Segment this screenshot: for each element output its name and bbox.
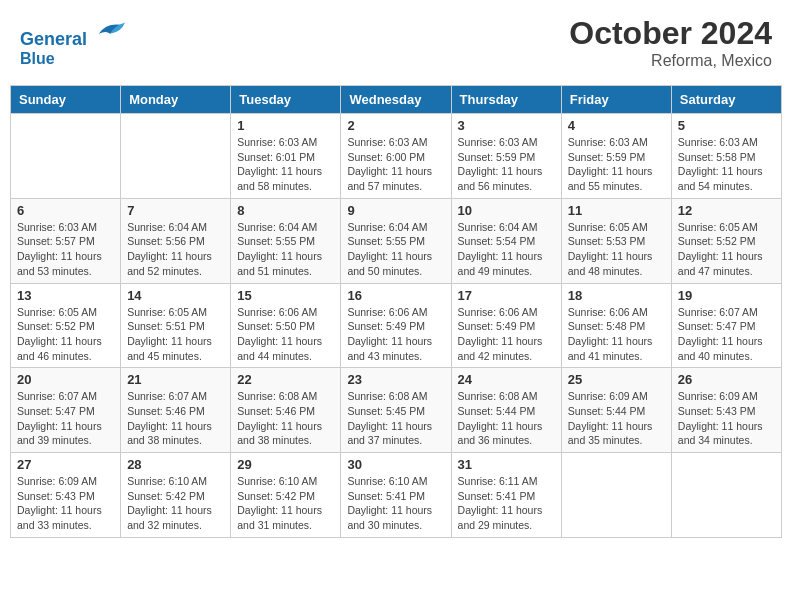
day-info: Sunrise: 6:04 AM Sunset: 5:54 PM Dayligh… — [458, 220, 555, 279]
day-info: Sunrise: 6:09 AM Sunset: 5:44 PM Dayligh… — [568, 389, 665, 448]
day-number: 25 — [568, 372, 665, 387]
calendar-week-row: 27Sunrise: 6:09 AM Sunset: 5:43 PM Dayli… — [11, 453, 782, 538]
day-info: Sunrise: 6:04 AM Sunset: 5:55 PM Dayligh… — [237, 220, 334, 279]
day-number: 2 — [347, 118, 444, 133]
day-info: Sunrise: 6:03 AM Sunset: 6:00 PM Dayligh… — [347, 135, 444, 194]
day-info: Sunrise: 6:10 AM Sunset: 5:42 PM Dayligh… — [237, 474, 334, 533]
calendar-cell — [11, 114, 121, 199]
day-number: 9 — [347, 203, 444, 218]
calendar-cell: 22Sunrise: 6:08 AM Sunset: 5:46 PM Dayli… — [231, 368, 341, 453]
day-number: 29 — [237, 457, 334, 472]
day-number: 7 — [127, 203, 224, 218]
calendar-cell: 17Sunrise: 6:06 AM Sunset: 5:49 PM Dayli… — [451, 283, 561, 368]
calendar-cell: 8Sunrise: 6:04 AM Sunset: 5:55 PM Daylig… — [231, 198, 341, 283]
day-info: Sunrise: 6:09 AM Sunset: 5:43 PM Dayligh… — [17, 474, 114, 533]
day-info: Sunrise: 6:10 AM Sunset: 5:42 PM Dayligh… — [127, 474, 224, 533]
day-number: 26 — [678, 372, 775, 387]
logo-bird-icon — [95, 15, 125, 45]
day-number: 14 — [127, 288, 224, 303]
weekday-header-row: SundayMondayTuesdayWednesdayThursdayFrid… — [11, 86, 782, 114]
day-info: Sunrise: 6:03 AM Sunset: 5:58 PM Dayligh… — [678, 135, 775, 194]
day-info: Sunrise: 6:07 AM Sunset: 5:47 PM Dayligh… — [678, 305, 775, 364]
day-info: Sunrise: 6:07 AM Sunset: 5:47 PM Dayligh… — [17, 389, 114, 448]
location-title: Reforma, Mexico — [569, 52, 772, 70]
calendar-cell: 16Sunrise: 6:06 AM Sunset: 5:49 PM Dayli… — [341, 283, 451, 368]
weekday-header-friday: Friday — [561, 86, 671, 114]
title-block: October 2024 Reforma, Mexico — [569, 15, 772, 70]
weekday-header-tuesday: Tuesday — [231, 86, 341, 114]
day-number: 24 — [458, 372, 555, 387]
calendar-cell — [561, 453, 671, 538]
day-info: Sunrise: 6:05 AM Sunset: 5:51 PM Dayligh… — [127, 305, 224, 364]
day-info: Sunrise: 6:11 AM Sunset: 5:41 PM Dayligh… — [458, 474, 555, 533]
calendar-cell — [121, 114, 231, 199]
weekday-header-sunday: Sunday — [11, 86, 121, 114]
calendar-cell: 19Sunrise: 6:07 AM Sunset: 5:47 PM Dayli… — [671, 283, 781, 368]
calendar-cell: 4Sunrise: 6:03 AM Sunset: 5:59 PM Daylig… — [561, 114, 671, 199]
day-number: 1 — [237, 118, 334, 133]
calendar-week-row: 20Sunrise: 6:07 AM Sunset: 5:47 PM Dayli… — [11, 368, 782, 453]
calendar-cell: 11Sunrise: 6:05 AM Sunset: 5:53 PM Dayli… — [561, 198, 671, 283]
calendar-cell: 5Sunrise: 6:03 AM Sunset: 5:58 PM Daylig… — [671, 114, 781, 199]
weekday-header-wednesday: Wednesday — [341, 86, 451, 114]
calendar-cell: 3Sunrise: 6:03 AM Sunset: 5:59 PM Daylig… — [451, 114, 561, 199]
calendar-cell: 29Sunrise: 6:10 AM Sunset: 5:42 PM Dayli… — [231, 453, 341, 538]
calendar-cell: 20Sunrise: 6:07 AM Sunset: 5:47 PM Dayli… — [11, 368, 121, 453]
day-info: Sunrise: 6:05 AM Sunset: 5:52 PM Dayligh… — [678, 220, 775, 279]
day-number: 4 — [568, 118, 665, 133]
calendar-cell: 24Sunrise: 6:08 AM Sunset: 5:44 PM Dayli… — [451, 368, 561, 453]
day-number: 22 — [237, 372, 334, 387]
day-number: 31 — [458, 457, 555, 472]
day-number: 18 — [568, 288, 665, 303]
day-number: 17 — [458, 288, 555, 303]
calendar-cell: 13Sunrise: 6:05 AM Sunset: 5:52 PM Dayli… — [11, 283, 121, 368]
day-info: Sunrise: 6:06 AM Sunset: 5:49 PM Dayligh… — [458, 305, 555, 364]
day-info: Sunrise: 6:07 AM Sunset: 5:46 PM Dayligh… — [127, 389, 224, 448]
day-info: Sunrise: 6:08 AM Sunset: 5:44 PM Dayligh… — [458, 389, 555, 448]
day-number: 19 — [678, 288, 775, 303]
day-number: 27 — [17, 457, 114, 472]
day-info: Sunrise: 6:03 AM Sunset: 5:59 PM Dayligh… — [568, 135, 665, 194]
day-info: Sunrise: 6:05 AM Sunset: 5:52 PM Dayligh… — [17, 305, 114, 364]
calendar-cell: 7Sunrise: 6:04 AM Sunset: 5:56 PM Daylig… — [121, 198, 231, 283]
day-number: 12 — [678, 203, 775, 218]
day-number: 28 — [127, 457, 224, 472]
day-info: Sunrise: 6:03 AM Sunset: 5:57 PM Dayligh… — [17, 220, 114, 279]
calendar-cell: 10Sunrise: 6:04 AM Sunset: 5:54 PM Dayli… — [451, 198, 561, 283]
calendar-cell: 1Sunrise: 6:03 AM Sunset: 6:01 PM Daylig… — [231, 114, 341, 199]
day-info: Sunrise: 6:03 AM Sunset: 5:59 PM Dayligh… — [458, 135, 555, 194]
day-info: Sunrise: 6:06 AM Sunset: 5:50 PM Dayligh… — [237, 305, 334, 364]
logo-general: General — [20, 29, 87, 49]
calendar-cell: 21Sunrise: 6:07 AM Sunset: 5:46 PM Dayli… — [121, 368, 231, 453]
day-info: Sunrise: 6:08 AM Sunset: 5:45 PM Dayligh… — [347, 389, 444, 448]
day-number: 6 — [17, 203, 114, 218]
calendar-cell: 30Sunrise: 6:10 AM Sunset: 5:41 PM Dayli… — [341, 453, 451, 538]
weekday-header-saturday: Saturday — [671, 86, 781, 114]
day-number: 23 — [347, 372, 444, 387]
day-number: 20 — [17, 372, 114, 387]
day-info: Sunrise: 6:05 AM Sunset: 5:53 PM Dayligh… — [568, 220, 665, 279]
calendar-cell: 25Sunrise: 6:09 AM Sunset: 5:44 PM Dayli… — [561, 368, 671, 453]
day-number: 13 — [17, 288, 114, 303]
calendar-table: SundayMondayTuesdayWednesdayThursdayFrid… — [10, 85, 782, 538]
day-info: Sunrise: 6:10 AM Sunset: 5:41 PM Dayligh… — [347, 474, 444, 533]
day-info: Sunrise: 6:06 AM Sunset: 5:49 PM Dayligh… — [347, 305, 444, 364]
calendar-cell — [671, 453, 781, 538]
day-number: 10 — [458, 203, 555, 218]
day-number: 11 — [568, 203, 665, 218]
calendar-cell: 9Sunrise: 6:04 AM Sunset: 5:55 PM Daylig… — [341, 198, 451, 283]
calendar-cell: 12Sunrise: 6:05 AM Sunset: 5:52 PM Dayli… — [671, 198, 781, 283]
calendar-cell: 27Sunrise: 6:09 AM Sunset: 5:43 PM Dayli… — [11, 453, 121, 538]
day-number: 30 — [347, 457, 444, 472]
calendar-week-row: 13Sunrise: 6:05 AM Sunset: 5:52 PM Dayli… — [11, 283, 782, 368]
calendar-week-row: 6Sunrise: 6:03 AM Sunset: 5:57 PM Daylig… — [11, 198, 782, 283]
day-info: Sunrise: 6:06 AM Sunset: 5:48 PM Dayligh… — [568, 305, 665, 364]
day-number: 5 — [678, 118, 775, 133]
calendar-cell: 26Sunrise: 6:09 AM Sunset: 5:43 PM Dayli… — [671, 368, 781, 453]
calendar-cell: 18Sunrise: 6:06 AM Sunset: 5:48 PM Dayli… — [561, 283, 671, 368]
day-number: 15 — [237, 288, 334, 303]
day-number: 21 — [127, 372, 224, 387]
calendar-cell: 23Sunrise: 6:08 AM Sunset: 5:45 PM Dayli… — [341, 368, 451, 453]
logo: General Blue — [20, 15, 125, 67]
page-header: General Blue October 2024 Reforma, Mexic… — [10, 10, 782, 75]
